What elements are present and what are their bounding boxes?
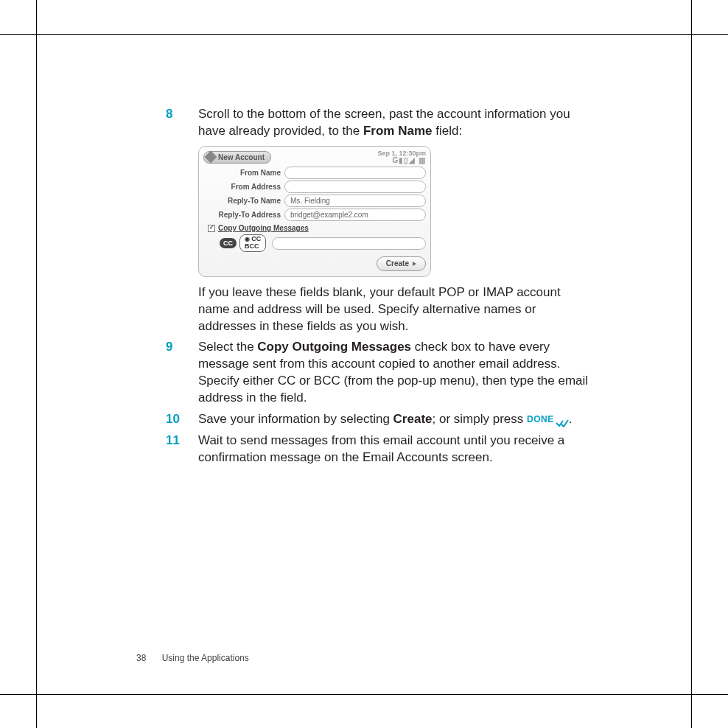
step-number: 9 <box>166 339 198 407</box>
device-screenshot: New Account Sep 1, 12:30pm G▮▯◢ ▥ From N… <box>198 146 431 277</box>
reply-to-name-input[interactable]: Ms. Fielding <box>284 195 426 207</box>
done-label: DONE <box>527 415 554 425</box>
text: . <box>569 412 573 426</box>
page-footer: 38 Using the Applications <box>136 653 249 663</box>
text: Wait to send messages from this email ac… <box>198 433 564 464</box>
status-icons: G▮▯◢ ▥ <box>377 157 426 164</box>
step-body: Scroll to the bottom of the screen, past… <box>198 106 593 335</box>
copy-outgoing-section: ✓ Copy Outgoing Messages <box>208 223 426 234</box>
create-row: Create <box>203 256 426 271</box>
reply-to-name-label: Reply-To Name <box>203 196 284 206</box>
step-10: 10 Save your information by selecting Cr… <box>166 411 593 428</box>
chevron-right-icon <box>413 262 416 266</box>
step-9: 9 Select the Copy Outgoing Messages chec… <box>166 339 593 407</box>
from-address-row: From Address <box>203 181 426 193</box>
cc-row: CC CC BCC <box>220 234 426 252</box>
create-label: Create <box>386 259 409 269</box>
step-number: 8 <box>166 106 198 335</box>
cc-pill: CC <box>220 238 237 248</box>
bcc-option[interactable]: BCC <box>245 243 261 251</box>
step-11: 11 Wait to send messages from this email… <box>166 433 593 466</box>
text: If you leave these fields blank, your de… <box>198 285 561 333</box>
text: Select the <box>198 340 257 354</box>
diamond-icon <box>205 151 217 164</box>
step-number: 10 <box>166 411 198 428</box>
copy-outgoing-label: Copy Outgoing Messages <box>218 223 309 234</box>
section-title: Using the Applications <box>162 653 249 663</box>
step-number: 11 <box>166 433 198 466</box>
crop-mark-bottom <box>0 694 728 695</box>
reply-to-name-row: Reply-To Name Ms. Fielding <box>203 195 426 207</box>
step-body: Select the Copy Outgoing Messages check … <box>198 339 593 407</box>
reply-to-address-input[interactable]: bridget@example2.com <box>284 209 426 221</box>
done-check-icon <box>556 416 569 424</box>
text: ; or simply press <box>433 412 527 426</box>
page-number: 38 <box>136 653 146 663</box>
from-name-label: From Name <box>203 168 284 178</box>
crop-mark-top <box>0 34 728 35</box>
step-body: Save your information by selecting Creat… <box>198 411 593 428</box>
bold: Copy Outgoing Messages <box>257 340 411 354</box>
reply-to-address-row: Reply-To Address bridget@example2.com <box>203 209 426 221</box>
bold: Create <box>393 412 433 426</box>
step-8: 8 Scroll to the bottom of the screen, pa… <box>166 106 593 335</box>
create-button[interactable]: Create <box>377 256 426 271</box>
title-text: New Account <box>218 153 265 163</box>
window-title: New Account <box>203 151 271 164</box>
device-titlebar: New Account Sep 1, 12:30pm G▮▯◢ ▥ <box>203 150 426 164</box>
from-name-row: From Name <box>203 167 426 179</box>
crop-mark-left <box>36 0 37 728</box>
reply-to-address-label: Reply-To Address <box>203 210 284 220</box>
step-body: Wait to send messages from this email ac… <box>198 433 593 466</box>
from-address-input[interactable] <box>284 181 426 193</box>
text: Save your information by selecting <box>198 412 393 426</box>
page-content: 8 Scroll to the bottom of the screen, pa… <box>166 106 593 471</box>
status-area: Sep 1, 12:30pm G▮▯◢ ▥ <box>377 150 426 164</box>
bold: From Name <box>363 124 433 138</box>
cc-bcc-popup[interactable]: CC BCC <box>239 234 266 252</box>
copy-outgoing-checkbox[interactable]: ✓ <box>208 225 215 232</box>
from-address-label: From Address <box>203 182 284 192</box>
from-name-input[interactable] <box>284 167 426 179</box>
cc-address-input[interactable] <box>272 237 426 250</box>
text: field: <box>433 124 463 138</box>
crop-mark-right <box>691 0 692 728</box>
